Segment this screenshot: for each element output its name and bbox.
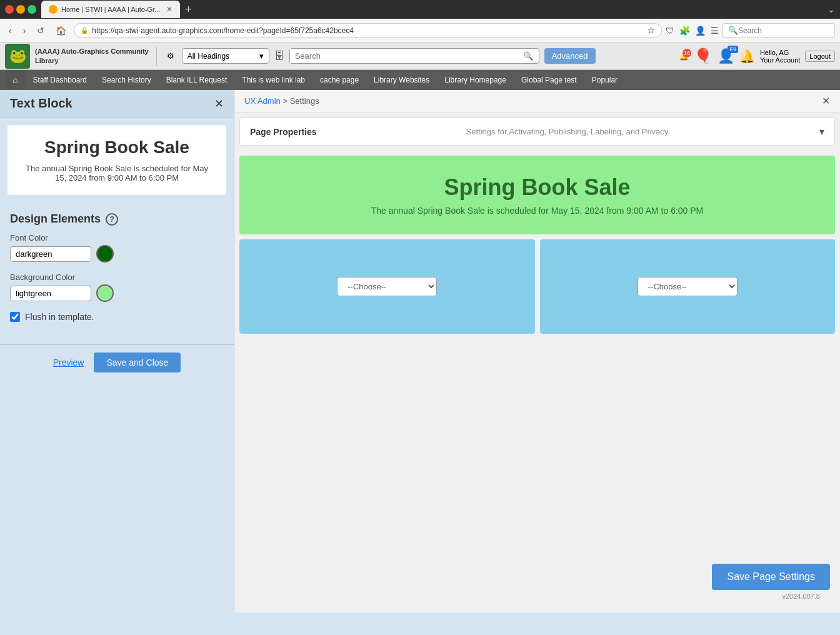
web-link-lab-label: This is web link lab	[242, 76, 305, 84]
widget-box-2: --Choose--	[540, 239, 836, 334]
forward-btn[interactable]: ›	[19, 24, 30, 37]
settings-icon[interactable]: ⚙	[164, 49, 177, 63]
preview-banner: Spring Book Sale The annual Spring Book …	[239, 156, 835, 234]
browser-search-input[interactable]	[738, 26, 829, 35]
new-tab-btn[interactable]: +	[185, 3, 192, 16]
window-max-btn[interactable]	[28, 5, 36, 14]
bottom-bar: Save Page Settings v2024.007.8	[234, 339, 840, 612]
toolbar-right: 🔔 16 🎈 👤 F9 🔔 Hello, AG Your Account Log…	[679, 48, 835, 65]
panel-title: Text Block	[10, 96, 72, 111]
widget-select-1[interactable]: --Choose--	[337, 277, 437, 296]
font-color-group: Font Color	[10, 233, 224, 262]
sidebar-item-search-history[interactable]: Search History	[94, 72, 159, 88]
shield-icon[interactable]: 🛡	[666, 26, 674, 36]
page-props-arrow-icon: ▾	[819, 126, 824, 138]
account-area: Hello, AG Your Account	[760, 49, 800, 64]
app-search-input[interactable]	[290, 49, 518, 63]
flush-template-row: Flush in template.	[10, 312, 224, 322]
design-help-icon[interactable]: ?	[106, 213, 118, 226]
blank-ill-label: Blank ILL Request	[166, 76, 228, 84]
back-btn[interactable]: ‹	[5, 24, 16, 37]
refresh-btn[interactable]: ↺	[33, 24, 48, 37]
user-icon[interactable]: 👤 F9	[718, 48, 734, 64]
font-color-input[interactable]	[10, 246, 91, 262]
database-icon[interactable]: 🗄	[274, 51, 284, 62]
main-layout: Text Block ✕ Spring Book Sale The annual…	[0, 90, 840, 612]
widget-select-2[interactable]: --Choose--	[638, 277, 738, 296]
bell-icon[interactable]: 🔔	[739, 49, 755, 64]
staff-dashboard-label: Staff Dashboard	[32, 76, 87, 84]
save-page-settings-btn[interactable]: Save Page Settings	[712, 564, 830, 590]
app-toolbar: 🐸 (AAAA) Auto-Graphics Community Library…	[0, 42, 840, 70]
font-color-field	[10, 245, 224, 262]
balloon-icon[interactable]: 🎈	[694, 48, 712, 65]
breadcrumb-separator: >	[282, 96, 289, 106]
search-go-btn[interactable]: 🔍	[518, 49, 539, 63]
logout-btn[interactable]: Logout	[805, 51, 835, 62]
tab-close-icon[interactable]: ✕	[166, 5, 172, 14]
breadcrumb-bar: UX Admin > Settings ✕	[234, 90, 840, 112]
tab-overflow-icon[interactable]: ⌄	[828, 4, 835, 14]
title-bar: Home | STWI | AAAA | Auto-Gr... ✕ + ⌄	[0, 0, 840, 19]
bg-color-input[interactable]	[10, 286, 91, 301]
design-elements-title: Design Elements ?	[10, 212, 224, 226]
page-properties-bar[interactable]: Page Properties Settings for Activating,…	[239, 118, 835, 146]
notification-badge: 16	[682, 49, 691, 58]
sidebar-item-cache-page[interactable]: cache page	[312, 72, 366, 88]
widgets-row: --Choose-- --Choose--	[239, 239, 835, 334]
left-panel: Text Block ✕ Spring Book Sale The annual…	[0, 90, 234, 612]
page-props-desc: Settings for Activating, Publishing, Lab…	[317, 127, 819, 136]
app-search-bar[interactable]: 🔍	[289, 48, 539, 64]
sidebar-item-web-link-lab[interactable]: This is web link lab	[234, 72, 312, 88]
browser-tab[interactable]: Home | STWI | AAAA | Auto-Gr... ✕	[41, 1, 180, 18]
hello-text: Hello, AG	[760, 49, 800, 56]
sidebar-item-global-page-test[interactable]: Global Page test	[514, 72, 584, 88]
advanced-btn[interactable]: Advanced	[544, 48, 596, 64]
popular-label: Popular	[592, 76, 618, 84]
sidebar-item-popular[interactable]: Popular	[584, 72, 625, 88]
breadcrumb: UX Admin > Settings	[244, 96, 319, 106]
flush-template-checkbox[interactable]	[10, 312, 20, 322]
save-close-btn[interactable]: Save and Close	[94, 352, 181, 372]
sidebar-item-library-homepage[interactable]: Library Homepage	[437, 72, 514, 88]
bg-color-swatch[interactable]	[96, 284, 114, 302]
cache-page-label: cache page	[320, 76, 359, 84]
browser-search-bar[interactable]: 🔍	[722, 23, 835, 38]
notification-icon[interactable]: 🔔 16	[679, 51, 689, 61]
address-bar[interactable]: 🔒 https://qa-stwi-agent.auto-graphics.co…	[74, 23, 662, 38]
sidebar-item-staff-dashboard[interactable]: Staff Dashboard	[25, 72, 94, 88]
window-close-btn[interactable]	[5, 5, 14, 14]
sidebar-item-home[interactable]: ⌂	[5, 71, 25, 89]
home-btn[interactable]: 🏠	[52, 24, 70, 37]
tab-favicon	[49, 5, 58, 14]
heading-select-label: All Headings	[188, 52, 257, 61]
window-min-btn[interactable]	[16, 5, 25, 14]
page-props-title: Page Properties	[250, 127, 317, 137]
banner-subtitle: The annual Spring Book Sale is scheduled…	[252, 206, 822, 216]
font-color-label: Font Color	[10, 233, 224, 242]
preview-subtitle: The annual Spring Book Sale is scheduled…	[20, 164, 214, 182]
menu-icon[interactable]: ☰	[711, 26, 719, 36]
sidebar-item-blank-ill-request[interactable]: Blank ILL Request	[159, 72, 235, 88]
font-color-swatch[interactable]	[96, 245, 114, 262]
home-icon: ⌂	[12, 75, 18, 85]
bookmark-icon[interactable]: ☆	[648, 26, 655, 35]
search-icon: 🔍	[728, 26, 738, 35]
browser-nav-icons: 🛡 🧩 👤 ☰	[666, 26, 719, 36]
sidebar-item-library-websites[interactable]: Library Websites	[366, 72, 437, 88]
extensions-icon[interactable]: 🧩	[679, 26, 690, 36]
library-homepage-label: Library Homepage	[444, 76, 506, 84]
profile-icon[interactable]: 👤	[695, 26, 706, 36]
logo-image: 🐸	[5, 44, 30, 69]
toolbar-divider	[156, 47, 157, 66]
widget-box-1: --Choose--	[239, 239, 535, 334]
account-label[interactable]: Your Account	[760, 56, 800, 64]
breadcrumb-ux-admin[interactable]: UX Admin	[244, 96, 281, 106]
preview-link[interactable]: Preview	[53, 352, 84, 372]
flush-template-label: Flush in template.	[25, 312, 94, 322]
browser-nav-bar: ‹ › ↺ 🏠 🔒 https://qa-stwi-agent.auto-gra…	[0, 19, 840, 42]
panel-close-icon[interactable]: ✕	[214, 97, 224, 111]
window-controls	[5, 5, 36, 14]
breadcrumb-close-icon[interactable]: ✕	[822, 95, 830, 107]
heading-select[interactable]: All Headings ▾	[182, 48, 269, 64]
